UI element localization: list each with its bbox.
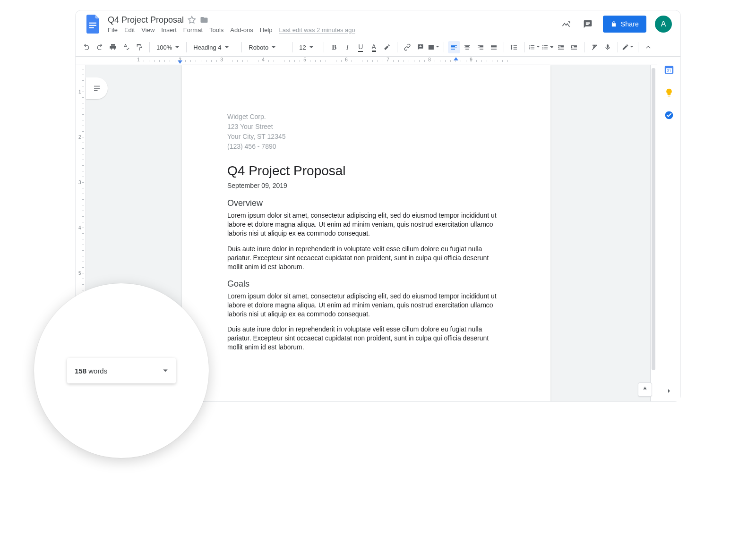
ruler-label: 2 [179,57,181,62]
goals-paragraph-1: Lorem ipsum dolor sit amet, consectetur … [227,292,505,319]
document-page[interactable]: Widget Corp. 123 Your Street Your City, … [182,65,550,401]
menu-bar: File Edit View Insert Format Tools Add-o… [108,26,355,34]
explore-button[interactable] [638,382,652,397]
zoom-dropdown[interactable]: 100% [154,41,182,53]
horizontal-ruler[interactable]: 123456789 [76,57,657,65]
document-title[interactable]: Q4 Project Proposal [108,15,184,25]
numbered-list-icon[interactable] [528,41,541,53]
editing-mode-icon[interactable] [622,41,634,53]
move-folder-icon[interactable] [200,16,208,24]
vruler-label: 2 [78,135,81,140]
caret-down-icon [175,45,180,50]
vruler-label: 1 [78,89,81,94]
word-count-pill[interactable]: 158 words [67,358,176,383]
bulleted-list-icon[interactable] [541,41,554,53]
caret-down-icon [630,45,634,50]
caret-down-icon [271,45,276,50]
share-button[interactable]: Share [603,16,646,33]
menu-view[interactable]: View [141,26,155,34]
svg-rect-7 [94,86,100,87]
insert-link-icon[interactable] [401,41,413,53]
highlight-icon[interactable] [381,41,393,53]
indent-increase-icon[interactable] [568,41,580,53]
menu-format[interactable]: Format [183,26,203,34]
docs-logo-icon[interactable] [84,14,103,34]
line-spacing-icon[interactable] [508,41,520,53]
menu-help[interactable]: Help [260,26,273,34]
account-avatar[interactable]: A [655,16,672,33]
spellcheck-icon[interactable] [120,41,132,53]
voice-typing-icon[interactable] [601,41,614,53]
overview-heading: Overview [227,198,505,208]
caret-down-icon [309,45,314,50]
star-icon[interactable] [188,16,196,24]
align-right-icon[interactable] [474,41,487,53]
word-count-text: 158 words [75,367,107,375]
ruler-label: 4 [262,57,265,62]
indent-marker-up-icon[interactable] [454,57,458,60]
menu-edit[interactable]: Edit [124,26,135,34]
ruler-label: 1 [137,57,140,62]
print-icon[interactable] [107,41,119,53]
activity-icon[interactable] [559,17,573,31]
tasks-app-icon[interactable] [663,110,675,121]
svg-text:31: 31 [667,69,671,73]
svg-rect-8 [94,88,100,89]
svg-point-5 [542,47,543,48]
redo-icon[interactable] [94,41,106,53]
text-color-icon[interactable]: A [368,41,380,53]
comments-icon[interactable] [581,17,594,31]
insert-image-icon[interactable] [428,41,440,53]
svg-point-3 [430,46,430,47]
menu-file[interactable]: File [108,26,118,34]
menu-addons[interactable]: Add-ons [230,26,253,34]
italic-icon[interactable]: I [341,41,353,53]
menu-insert[interactable]: Insert [161,26,177,34]
caret-down-icon [536,45,541,50]
address-city: Your City, ST 12345 [227,132,505,141]
document-outline-toggle[interactable] [86,77,108,99]
screenshot-frame: Q4 Project Proposal File Edit View Inser… [76,10,680,401]
side-panel: 31 [657,57,680,401]
svg-point-4 [542,45,543,46]
paragraph-style-dropdown[interactable]: Heading 4 [190,41,238,53]
share-label: Share [621,20,639,28]
ruler-label: 5 [303,57,306,62]
insert-comment-icon[interactable] [414,41,427,53]
bold-icon[interactable]: B [328,41,340,53]
clear-formatting-icon[interactable] [588,41,601,53]
vertical-scrollbar-track[interactable] [650,65,657,401]
side-panel-expand-icon[interactable] [663,385,675,397]
svg-rect-0 [89,23,96,24]
address-phone: (123) 456 - 7890 [227,142,505,151]
caret-down-icon [224,45,229,50]
align-left-icon[interactable] [448,41,460,53]
calendar-app-icon[interactable]: 31 [663,64,675,76]
indent-decrease-icon[interactable] [555,41,567,53]
magnifier-callout: 158 words [34,283,209,458]
caret-down-icon [550,45,554,50]
doc-date: September 09, 2019 [227,181,505,190]
lock-icon [610,21,617,27]
align-justify-icon[interactable] [488,41,500,53]
address-street: 123 Your Street [227,122,505,131]
collapse-toolbar-icon[interactable] [642,41,654,53]
svg-rect-1 [89,25,96,26]
last-edit-link[interactable]: Last edit was 2 minutes ago [279,26,355,34]
vertical-scrollbar-thumb[interactable] [652,68,655,370]
font-size-dropdown[interactable]: 12 [296,41,320,53]
font-dropdown[interactable]: Roboto [246,41,288,53]
svg-rect-9 [94,90,98,91]
paint-format-icon[interactable] [133,41,146,53]
goals-heading: Goals [227,279,505,289]
align-center-icon[interactable] [461,41,473,53]
ruler-label: 8 [428,57,431,62]
vruler-label: 3 [78,180,81,185]
underline-icon[interactable]: U [354,41,367,53]
svg-rect-2 [89,27,94,28]
menu-tools[interactable]: Tools [209,26,223,34]
undo-icon[interactable] [80,41,93,53]
keep-app-icon[interactable] [663,87,675,98]
ruler-label: 9 [470,57,472,62]
overview-paragraph-1: Lorem ipsum dolor sit amet, consectetur … [227,211,505,238]
